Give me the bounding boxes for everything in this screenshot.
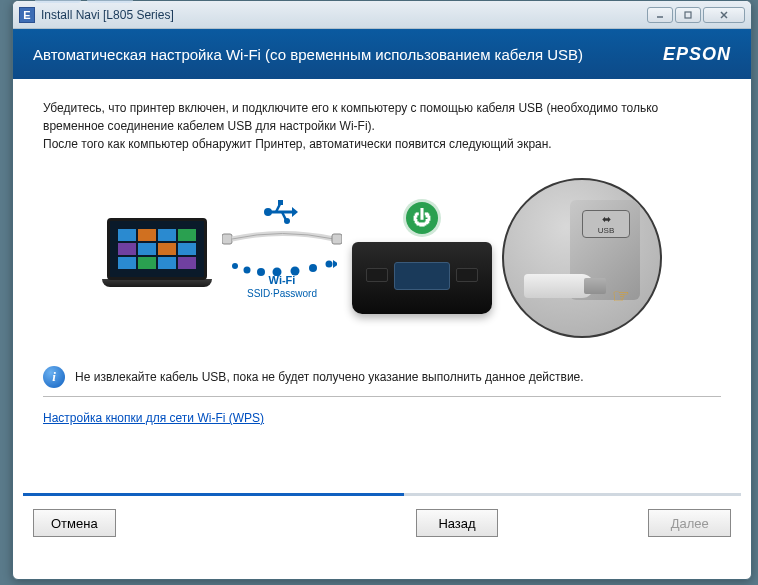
- next-button[interactable]: Далее: [648, 509, 731, 537]
- window-title: Install Navi [L805 Series]: [41, 8, 647, 22]
- info-icon: i: [43, 366, 65, 388]
- brand-logo: EPSON: [663, 44, 731, 65]
- svg-rect-12: [332, 234, 342, 244]
- usb-port-detail: ⬌ USB ☞: [502, 178, 662, 338]
- svg-point-13: [232, 263, 238, 269]
- instruction-text: Убедитесь, что принтер включен, и подклю…: [43, 99, 721, 153]
- window-controls: [647, 7, 745, 23]
- hand-pointer-icon: ☞: [612, 284, 630, 308]
- app-icon-letter: E: [23, 9, 30, 21]
- svg-point-10: [284, 218, 290, 224]
- svg-marker-6: [292, 207, 298, 217]
- content-area: Убедитесь, что принтер включен, и подклю…: [13, 79, 751, 487]
- background-taskbar-hint: [35, 0, 133, 3]
- connection-illustration: Wi-Fi SSID·Password ⏻ ⬌ USB: [43, 173, 721, 343]
- wifi-label: Wi-Fi: [222, 274, 342, 286]
- maximize-button[interactable]: [675, 7, 701, 23]
- wifi-sublabel: SSID·Password: [222, 288, 342, 299]
- svg-point-14: [244, 267, 251, 274]
- footer-buttons: Отмена Назад Далее: [13, 499, 751, 547]
- printer-graphic: ⏻: [352, 202, 492, 314]
- close-button[interactable]: [703, 7, 745, 23]
- usb-port-label: ⬌ USB: [582, 210, 630, 238]
- back-button[interactable]: Назад: [416, 509, 499, 537]
- info-banner: i Не извлекайте кабель USB, пока не буде…: [43, 358, 721, 397]
- installer-window: E Install Navi [L805 Series] Автоматичес…: [12, 0, 752, 580]
- header-band: Автоматическая настройка Wi-Fi (со време…: [13, 29, 751, 79]
- usb-plug-graphic: [524, 266, 594, 306]
- svg-rect-8: [278, 200, 283, 205]
- svg-point-18: [309, 264, 317, 272]
- usb-trident-icon: ⬌: [602, 213, 611, 226]
- titlebar: E Install Navi [L805 Series]: [13, 1, 751, 29]
- app-icon: E: [19, 7, 35, 23]
- progress-fill: [23, 493, 404, 496]
- instruction-line-1: Убедитесь, что принтер включен, и подклю…: [43, 99, 721, 135]
- svg-marker-20: [333, 260, 337, 268]
- svg-rect-1: [685, 12, 691, 18]
- svg-point-19: [326, 261, 333, 268]
- instruction-line-2: После того как компьютер обнаружит Принт…: [43, 135, 721, 153]
- cable-graphic: Wi-Fi SSID·Password: [222, 198, 342, 318]
- cancel-button[interactable]: Отмена: [33, 509, 116, 537]
- page-title: Автоматическая настройка Wi-Fi (со време…: [33, 46, 663, 63]
- power-icon: ⏻: [406, 202, 438, 234]
- progress-bar: [23, 493, 741, 499]
- info-text: Не извлекайте кабель USB, пока не будет …: [75, 370, 584, 384]
- wps-setup-link[interactable]: Настройка кнопки для сети Wi-Fi (WPS): [43, 411, 264, 425]
- minimize-button[interactable]: [647, 7, 673, 23]
- svg-rect-11: [222, 234, 232, 244]
- laptop-graphic: [102, 218, 212, 298]
- usb-icon: [262, 198, 298, 233]
